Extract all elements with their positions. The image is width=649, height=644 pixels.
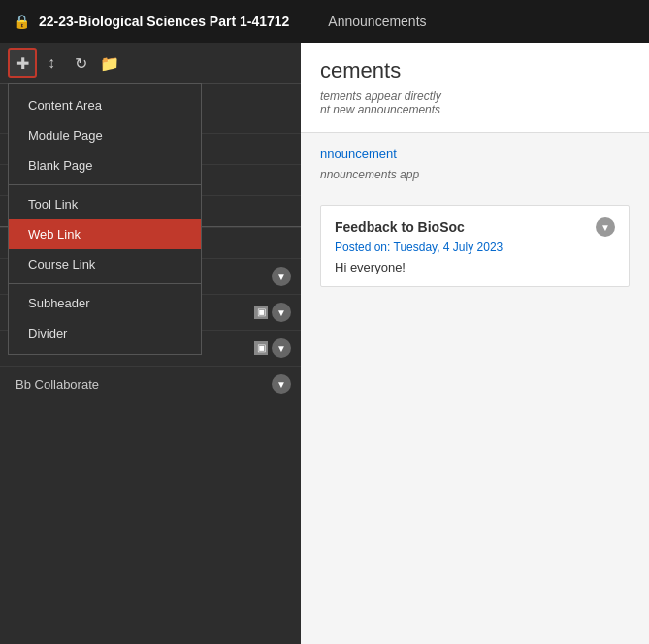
feedback-posted-on: Posted on: Tuesday, 4 July 2023 bbox=[335, 241, 615, 254]
feedback-card-chevron[interactable]: ▼ bbox=[596, 217, 615, 237]
content-subtext: tements appear directlynt new announceme… bbox=[320, 89, 630, 116]
announcements-nav-link[interactable]: Announcements bbox=[328, 14, 426, 29]
dropdown-divider-1 bbox=[9, 184, 201, 185]
sidebar: ✚ ↕ ↻ 📁 Content Area Module Page Blank P… bbox=[0, 43, 301, 644]
content-heading: cements bbox=[320, 58, 630, 83]
dropdown-item-subheader[interactable]: Subheader bbox=[9, 288, 201, 318]
chevron-down-icon[interactable]: ▼ bbox=[272, 374, 291, 394]
dropdown-item-divider[interactable]: Divider bbox=[9, 318, 201, 348]
sort-button[interactable]: ↕ bbox=[37, 48, 66, 78]
chevron-down-icon[interactable]: ▼ bbox=[272, 267, 291, 286]
edit-icon[interactable]: ▣ bbox=[254, 341, 268, 355]
edit-icon[interactable]: ▣ bbox=[254, 306, 268, 319]
add-content-button[interactable]: ✚ bbox=[8, 48, 37, 78]
feedback-card-header: Feedback to BioSoc ▼ bbox=[335, 217, 615, 237]
announcement-link[interactable]: nnouncement bbox=[320, 146, 397, 161]
dropdown-item-blank-page[interactable]: Blank Page bbox=[9, 150, 201, 180]
dropdown-item-tool-link[interactable]: Tool Link bbox=[9, 189, 201, 219]
sidebar-toolbar: ✚ ↕ ↻ 📁 Content Area Module Page Blank P… bbox=[0, 43, 301, 84]
announcements-app-text: nnouncements app bbox=[320, 168, 630, 181]
add-content-dropdown: Content Area Module Page Blank Page Tool… bbox=[8, 83, 202, 355]
sidebar-item-bb-collaborate[interactable]: Bb Collaborate ▼ bbox=[0, 366, 301, 402]
main-layout: ✚ ↕ ↻ 📁 Content Area Module Page Blank P… bbox=[0, 43, 649, 644]
content-area: cements tements appear directlynt new an… bbox=[301, 43, 649, 644]
dropdown-item-course-link[interactable]: Course Link bbox=[9, 249, 201, 279]
feedback-card: Feedback to BioSoc ▼ Posted on: Tuesday,… bbox=[320, 205, 630, 287]
chevron-down-icon[interactable]: ▼ bbox=[272, 338, 291, 358]
content-header: cements tements appear directlynt new an… bbox=[301, 43, 649, 133]
announcement-section: nnouncement nnouncements app bbox=[301, 133, 649, 193]
dropdown-item-module-page[interactable]: Module Page bbox=[9, 120, 201, 150]
dropdown-divider-2 bbox=[9, 283, 201, 284]
folder-button[interactable]: 📁 bbox=[95, 48, 124, 78]
feedback-card-title: Feedback to BioSoc bbox=[335, 219, 465, 235]
lock-icon: 🔒 bbox=[12, 12, 31, 31]
sidebar-item-label: Bb Collaborate bbox=[16, 377, 272, 392]
refresh-button[interactable]: ↻ bbox=[66, 48, 95, 78]
top-header: 🔒 22-23-Biological Sciences Part 1-41712… bbox=[0, 0, 649, 43]
dropdown-item-web-link[interactable]: Web Link bbox=[9, 219, 201, 249]
course-title: 22-23-Biological Sciences Part 1-41712 bbox=[39, 14, 289, 29]
feedback-card-body: Hi everyone! bbox=[335, 260, 615, 274]
dropdown-item-content-area[interactable]: Content Area bbox=[9, 90, 201, 120]
chevron-down-icon[interactable]: ▼ bbox=[272, 303, 291, 322]
